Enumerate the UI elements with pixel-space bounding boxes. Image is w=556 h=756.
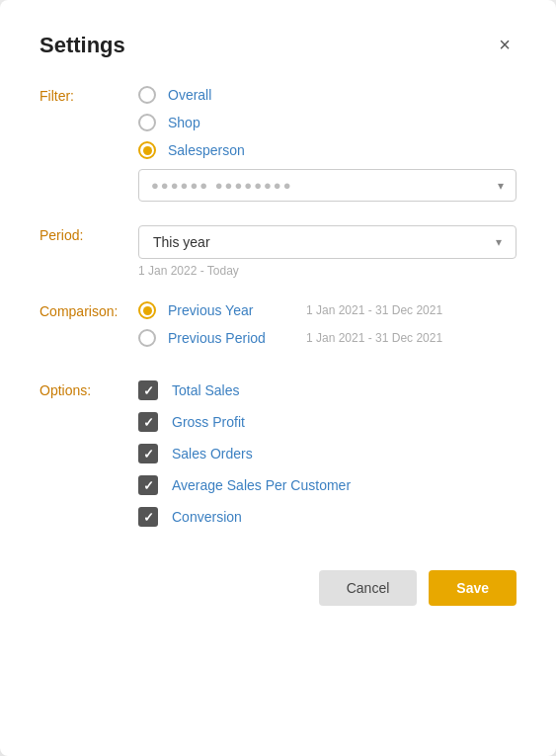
comparison-previous-period-row[interactable]: Previous Period 1 Jan 2021 - 31 Dec 2021 [138,329,516,347]
radio-previous-period [138,329,156,347]
options-content: ✓ Total Sales ✓ Gross Profit ✓ Sales Ord… [138,380,516,539]
filter-shop-label: Shop [168,115,200,130]
option-gross-profit-label: Gross Profit [172,414,245,430]
dialog-title: Settings [40,33,125,58]
checkbox-conversion: ✓ [138,507,158,527]
comparison-previous-period-date: 1 Jan 2021 - 31 Dec 2021 [306,331,442,345]
option-sales-orders[interactable]: ✓ Sales Orders [138,444,516,463]
period-label: Period: [40,225,138,243]
checkbox-gross-profit: ✓ [138,412,158,432]
option-total-sales[interactable]: ✓ Total Sales [138,380,516,400]
option-total-sales-label: Total Sales [172,382,239,398]
comparison-label: Comparison: [40,301,138,319]
checkbox-sales-orders: ✓ [138,444,158,463]
period-section: Period: This year ▾ 1 Jan 2022 - Today [40,225,516,278]
dialog-header: Settings × [40,32,516,58]
checkbox-total-sales: ✓ [138,380,158,400]
salesperson-dropdown-value: ●●●●●● ●●●●●●●● [151,178,293,193]
option-gross-profit[interactable]: ✓ Gross Profit [138,412,516,432]
radio-salesperson [138,141,156,159]
filter-option-overall[interactable]: Overall [138,86,516,104]
option-avg-sales-label: Average Sales Per Customer [172,477,351,493]
filter-label: Filter: [40,86,138,104]
option-conversion[interactable]: ✓ Conversion [138,507,516,527]
checkbox-avg-sales: ✓ [138,475,158,495]
cancel-button[interactable]: Cancel [319,570,418,606]
option-sales-orders-label: Sales Orders [172,446,253,462]
period-subtext: 1 Jan 2022 - Today [138,264,516,278]
period-dropdown[interactable]: This year ▾ [138,225,516,259]
option-conversion-label: Conversion [172,509,242,525]
radio-overall [138,86,156,104]
filter-overall-label: Overall [168,87,211,103]
salesperson-dropdown[interactable]: ●●●●●● ●●●●●●●● ▾ [138,169,516,202]
options-section: Options: ✓ Total Sales ✓ Gross Profit ✓ … [40,380,516,539]
radio-previous-year [138,301,156,319]
comparison-previous-year-label: Previous Year [168,302,296,318]
comparison-content: Previous Year 1 Jan 2021 - 31 Dec 2021 P… [138,301,516,357]
filter-section: Filter: Overall Shop Salesperson ●●●●●● … [40,86,516,202]
dropdown-arrow-icon: ▾ [498,179,504,193]
filter-salesperson-label: Salesperson [168,142,245,158]
dialog-footer: Cancel Save [40,570,516,606]
filter-option-salesperson[interactable]: Salesperson [138,141,516,159]
option-avg-sales[interactable]: ✓ Average Sales Per Customer [138,475,516,495]
comparison-section: Comparison: Previous Year 1 Jan 2021 - 3… [40,301,516,357]
settings-dialog: Settings × Filter: Overall Shop Salesper… [0,0,556,756]
close-button[interactable]: × [493,32,516,58]
period-content: This year ▾ 1 Jan 2022 - Today [138,225,516,278]
radio-shop [138,114,156,131]
comparison-previous-period-label: Previous Period [168,330,296,346]
save-button[interactable]: Save [429,570,516,606]
options-label: Options: [40,380,138,398]
comparison-previous-year-row[interactable]: Previous Year 1 Jan 2021 - 31 Dec 2021 [138,301,516,319]
period-arrow-icon: ▾ [496,235,502,249]
period-value: This year [153,234,210,250]
filter-content: Overall Shop Salesperson ●●●●●● ●●●●●●●●… [138,86,516,202]
filter-option-shop[interactable]: Shop [138,114,516,131]
comparison-previous-year-date: 1 Jan 2021 - 31 Dec 2021 [306,303,442,317]
